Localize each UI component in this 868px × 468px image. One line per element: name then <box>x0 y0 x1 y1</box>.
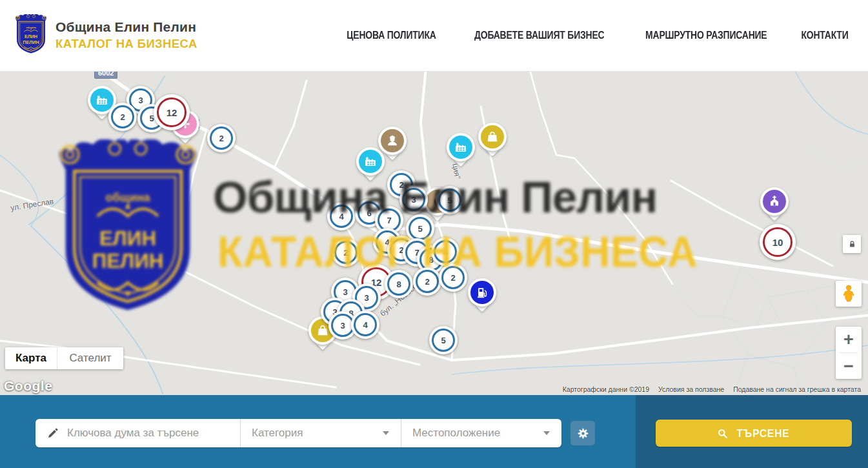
cluster-count: 4 <box>330 205 353 228</box>
advanced-search-gear-button[interactable] <box>570 421 595 445</box>
municipality-crest-logo: община ЕЛИН ПЕЛИН <box>14 14 48 56</box>
zoom-in-button[interactable]: + <box>836 327 862 352</box>
keyword-field-wrap <box>35 419 240 447</box>
cluster-count: 2 <box>334 241 358 264</box>
factory-icon <box>90 88 114 112</box>
zoom-out-button[interactable]: − <box>836 353 862 379</box>
cluster-marker[interactable]: 4 <box>431 238 459 266</box>
search-icon <box>716 427 729 440</box>
nav-contacts[interactable]: КОНТАКТИ <box>802 30 849 41</box>
cluster-count: 5 <box>409 217 432 240</box>
svg-text:ЕЛИН: ЕЛИН <box>25 34 37 39</box>
cluster-marker[interactable]: 10 <box>760 224 796 260</box>
cluster-count: 4 <box>354 313 377 336</box>
pin-marker-factory-icon[interactable] <box>447 133 475 161</box>
cluster-count: 12 <box>157 97 187 127</box>
cluster-marker[interactable]: 5 <box>436 186 464 214</box>
cluster-count: 2 <box>441 266 465 289</box>
cluster-marker[interactable]: 12 <box>154 94 190 130</box>
map-canvas[interactable]: 6002 ул. Преслав бул. „Новосел ция" 32 <box>0 71 868 395</box>
gear-icon <box>576 427 590 440</box>
pin-marker-fuel-icon[interactable] <box>468 278 496 307</box>
pegman-icon <box>840 284 857 303</box>
cluster-marker[interactable]: 2 <box>207 124 236 152</box>
cluster-count: 2 <box>111 105 134 128</box>
page: община ЕЛИН ПЕЛИН Община Елин Пелин КАТА… <box>0 0 868 468</box>
cluster-count: 3 <box>402 188 425 211</box>
category-select[interactable]: Категория <box>241 419 401 447</box>
site-subtitle: КАТАЛОГ НА БИЗНЕСА <box>56 37 197 51</box>
chevron-down-icon <box>383 431 389 435</box>
street-view-pegman-button[interactable] <box>836 281 862 307</box>
site-title: Община Елин Пелин <box>56 19 197 35</box>
main-nav: ЦЕНОВА ПОЛИТИКА ДОБАВЕТЕ ВАШИЯТ БИЗНЕС М… <box>318 0 852 71</box>
search-button[interactable]: ТЪРСЕНЕ <box>656 420 852 447</box>
category-select-label: Категория <box>252 427 303 440</box>
lock-button[interactable] <box>843 235 861 253</box>
factory-icon <box>449 136 472 159</box>
search-bar: Категория Местоположение <box>0 395 868 468</box>
cluster-marker[interactable]: 5 <box>429 326 458 354</box>
cluster-marker[interactable]: 4 <box>327 202 356 230</box>
cluster-count: 8 <box>387 272 410 296</box>
pin-marker-church-icon[interactable] <box>760 187 789 216</box>
cluster-count: 5 <box>438 188 461 212</box>
cluster-marker[interactable]: 2 <box>332 238 360 267</box>
logo-text: Община Елин Пелин КАТАЛОГ НА БИЗНЕСА <box>56 19 197 51</box>
cluster-count: 10 <box>763 227 792 257</box>
pencil-icon <box>46 427 59 440</box>
lock-icon <box>847 239 857 249</box>
map-type-control: Карта Сателит <box>5 347 123 369</box>
location-select[interactable]: Местоположение <box>401 419 561 447</box>
pin-marker-bag-icon[interactable] <box>478 123 507 151</box>
cluster-count: 4 <box>434 240 457 263</box>
cluster-marker[interactable]: 2 <box>439 263 467 292</box>
church-icon <box>763 190 786 213</box>
cluster-marker[interactable]: 2 <box>108 103 137 131</box>
cluster-marker[interactable]: 3 <box>399 185 428 214</box>
map-attribution: Картографски данни ©2019 Условия за полз… <box>558 385 865 393</box>
search-button-label: ТЪРСЕНЕ <box>736 427 789 440</box>
cluster-marker[interactable]: 8 <box>385 270 413 298</box>
svg-text:община: община <box>26 26 36 29</box>
location-select-label: Местоположение <box>412 427 500 440</box>
svg-text:ПЕЛИН: ПЕЛИН <box>23 40 39 45</box>
map-type-satellite-button[interactable]: Сателит <box>57 347 123 369</box>
logo-link[interactable]: община ЕЛИН ПЕЛИН Община Елин Пелин КАТА… <box>14 14 197 56</box>
zoom-control: + − <box>836 327 862 379</box>
cluster-count: 5 <box>432 329 455 352</box>
attribution-terms-link[interactable]: Условия за ползване <box>654 385 729 393</box>
header: община ЕЛИН ПЕЛИН Община Елин Пелин КАТА… <box>0 0 868 72</box>
cluster-marker[interactable]: 4 <box>351 310 379 339</box>
nav-route-schedule[interactable]: МАРШРУТНО РАЗПИСАНИЕ <box>645 30 767 41</box>
pin-marker-factory-icon[interactable] <box>356 147 385 176</box>
cluster-count: 2 <box>416 270 439 293</box>
cluster-marker[interactable]: 2 <box>413 267 441 296</box>
chevron-down-icon <box>543 431 550 435</box>
nav-add-business[interactable]: ДОБАВЕТЕ ВАШИЯТ БИЗНЕС <box>474 30 604 41</box>
fuel-icon <box>470 281 494 304</box>
google-logo[interactable]: Google <box>4 378 52 394</box>
factory-icon <box>359 150 382 173</box>
bag-icon <box>481 125 504 148</box>
nav-pricing[interactable]: ЦЕНОВА ПОЛИТИКА <box>347 30 436 41</box>
road-number-badge: 6002 <box>94 71 117 79</box>
attribution-report-error-link[interactable]: Подаване на сигнал за грешка в картата <box>729 385 865 393</box>
attribution-copyright: Картографски данни ©2019 <box>558 385 654 393</box>
cluster-count: 2 <box>210 127 233 150</box>
map-type-map-button[interactable]: Карта <box>5 347 57 369</box>
search-input-group: Категория Местоположение <box>35 419 561 447</box>
keyword-search-input[interactable] <box>66 426 240 440</box>
